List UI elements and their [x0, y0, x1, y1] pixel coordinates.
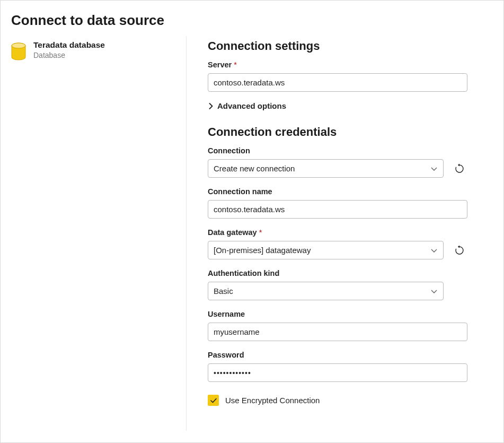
source-labels: Teradata database Database	[33, 40, 105, 59]
connection-name-label: Connection name	[208, 187, 482, 196]
connection-label: Connection	[208, 146, 482, 155]
encrypted-checkbox[interactable]	[208, 395, 219, 406]
username-input[interactable]: myusername	[208, 323, 467, 341]
section-heading-settings: Connection settings	[208, 39, 482, 53]
source-title: Teradata database	[33, 40, 105, 50]
svg-point-1	[12, 43, 25, 48]
check-icon	[210, 397, 217, 404]
source-category: Database	[33, 51, 105, 59]
field-encrypted: Use Encrypted Connection	[208, 395, 482, 406]
content-area: Teradata database Database Connection se…	[1, 34, 503, 436]
connection-refresh-button[interactable]	[452, 161, 467, 176]
auth-kind-select[interactable]: Basic	[208, 282, 444, 300]
connection-select[interactable]: Create new connection	[208, 159, 444, 178]
connection-name-input[interactable]: contoso.teradata.ws	[208, 200, 467, 219]
data-gateway-select[interactable]: [On-premises] datagateway	[208, 241, 444, 259]
server-input[interactable]: contoso.teradata.ws	[208, 73, 467, 92]
field-data-gateway: Data gateway* [On-premises] datagateway	[208, 228, 482, 259]
field-connection: Connection Create new connection	[208, 146, 482, 178]
source-item[interactable]: Teradata database Database	[11, 40, 175, 62]
refresh-icon	[454, 245, 465, 256]
username-label: Username	[208, 310, 482, 318]
refresh-icon	[454, 163, 465, 174]
dialog-connect-data-source: Connect to data source Teradata database…	[0, 0, 504, 443]
field-username: Username myusername	[208, 310, 482, 341]
sidebar: Teradata database Database	[1, 34, 186, 436]
password-label: Password	[208, 351, 482, 359]
password-input[interactable]: ••••••••••••	[208, 363, 467, 382]
chevron-down-icon	[430, 247, 438, 254]
field-server: Server* contoso.teradata.ws	[208, 60, 482, 92]
server-label: Server*	[208, 60, 482, 69]
field-password: Password ••••••••••••	[208, 351, 482, 382]
section-heading-credentials: Connection credentials	[208, 125, 482, 139]
chevron-down-icon	[430, 288, 438, 295]
field-auth-kind: Authentication kind Basic	[208, 269, 482, 300]
form-panel: Connection settings Server* contoso.tera…	[187, 34, 503, 436]
encrypted-label: Use Encrypted Connection	[225, 396, 320, 405]
chevron-down-icon	[430, 165, 438, 172]
advanced-options-toggle[interactable]: Advanced options	[208, 101, 482, 110]
required-indicator: *	[259, 228, 262, 237]
required-indicator: *	[234, 60, 237, 69]
field-connection-name: Connection name contoso.teradata.ws	[208, 187, 482, 219]
auth-kind-label: Authentication kind	[208, 269, 482, 277]
dialog-title: Connect to data source	[1, 1, 503, 34]
data-gateway-label: Data gateway*	[208, 228, 482, 237]
gateway-refresh-button[interactable]	[452, 243, 467, 258]
chevron-right-icon	[208, 103, 214, 109]
database-icon	[11, 42, 26, 62]
